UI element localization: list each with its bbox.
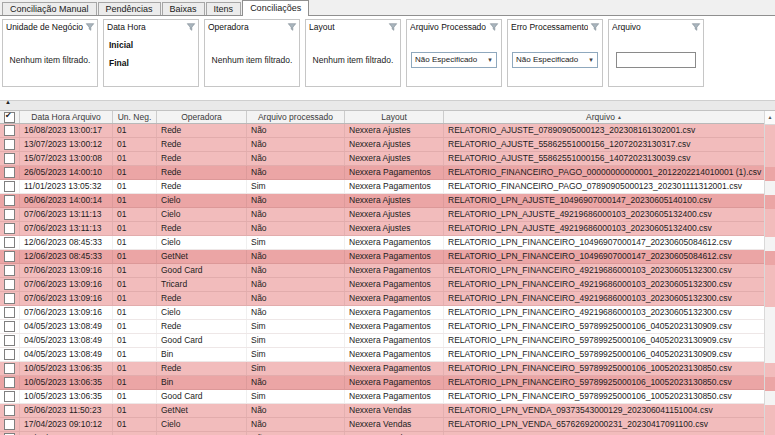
row-checkbox[interactable] — [4, 195, 15, 206]
cell-operadora: Rede — [157, 222, 247, 235]
table-row[interactable]: 07/06/2023 13:09:16 01 Tricard Não Nexxe… — [0, 278, 764, 292]
filter-funnel-icon[interactable] — [489, 22, 499, 32]
table-row[interactable]: 04/05/2023 13:08:49 01 Good Card Sim Nex… — [0, 334, 764, 348]
cell-un-neg: 01 — [113, 334, 157, 347]
cell-un-neg: 01 — [113, 320, 157, 333]
row-checkbox[interactable] — [4, 279, 15, 290]
tab-itens[interactable]: Itens — [206, 2, 242, 16]
row-checkbox[interactable] — [4, 251, 15, 262]
row-checkbox[interactable] — [4, 419, 15, 430]
row-checkbox-cell — [0, 180, 20, 193]
table-row[interactable]: 12/06/2023 08:45:33 01 Cielo Sim Nexxera… — [0, 236, 764, 250]
row-checkbox[interactable] — [4, 377, 15, 388]
row-checkbox[interactable] — [4, 139, 15, 150]
cell-arquivo-processado: Não — [247, 194, 345, 207]
row-checkbox[interactable] — [4, 405, 15, 416]
table-row[interactable]: 15/07/2023 13:00:08 01 Rede Não Nexxera … — [0, 152, 764, 166]
select-all-checkbox[interactable] — [4, 112, 15, 123]
row-checkbox[interactable] — [4, 307, 15, 318]
row-checkbox[interactable] — [4, 167, 15, 178]
scroll-up-button[interactable]: ▲ — [765, 111, 775, 125]
cell-data-hora-arquivo: 07/06/2023 13:09:16 — [20, 306, 113, 319]
cell-un-neg: 01 — [113, 348, 157, 361]
cell-layout: Nexxera Ajustes — [345, 138, 444, 151]
filter-funnel-icon[interactable] — [590, 22, 600, 32]
scrollbar-row-mark — [765, 223, 775, 237]
row-checkbox[interactable] — [4, 321, 15, 332]
col-header-arquivo-processado[interactable]: Arquivo processado — [247, 111, 345, 123]
table-row[interactable]: 07/06/2023 13:09:16 01 Good Card Não Nex… — [0, 264, 764, 278]
arquivo-filter-input[interactable] — [616, 52, 696, 68]
row-checkbox-cell — [0, 236, 20, 249]
filter-funnel-icon[interactable] — [691, 22, 701, 32]
table-row[interactable]: 12/06/2023 08:45:33 01 GetNet Não Nexxer… — [0, 250, 764, 264]
cell-operadora: Rede — [157, 292, 247, 305]
scrollbar-row-mark — [765, 419, 775, 433]
row-checkbox[interactable] — [4, 153, 15, 164]
table-row[interactable]: 13/07/2023 13:00:12 01 Rede Não Nexxera … — [0, 138, 764, 152]
row-checkbox-cell — [0, 124, 20, 137]
table-row[interactable]: 07/06/2023 13:11:13 01 Cielo Não Nexxera… — [0, 208, 764, 222]
table-row[interactable]: 07/06/2023 13:09:16 01 Cielo Não Nexxera… — [0, 306, 764, 320]
col-header-operadora[interactable]: Operadora — [157, 111, 247, 123]
table-row[interactable]: 10/05/2023 13:06:35 01 Bin Não Nexxera P… — [0, 376, 764, 390]
tab-pendencias[interactable]: Pendências — [98, 2, 161, 16]
row-checkbox[interactable] — [4, 209, 15, 220]
table-row[interactable]: 11/01/2023 13:05:32 01 Rede Sim Nexxera … — [0, 180, 764, 194]
table-row[interactable]: 04/05/2023 13:08:49 01 Rede Sim Nexxera … — [0, 320, 764, 334]
scrollbar-track[interactable] — [765, 125, 775, 435]
row-checkbox[interactable] — [4, 349, 15, 360]
tab-conciliacao-manual[interactable]: Conciliação Manual — [2, 2, 97, 16]
scrollbar-row-mark — [765, 363, 775, 377]
table-row[interactable]: 05/06/2023 11:50:23 01 GetNet Não Nexxer… — [0, 404, 764, 418]
row-checkbox[interactable] — [4, 335, 15, 346]
col-header-arquivo[interactable]: Arquivo▲ — [444, 111, 764, 123]
table-row[interactable]: 26/05/2023 14:00:10 01 Rede Não Nexxera … — [0, 166, 764, 180]
row-checkbox[interactable] — [4, 265, 15, 276]
row-checkbox[interactable] — [4, 223, 15, 234]
col-header-data-hora-arquivo[interactable]: Data Hora Arquivo — [20, 111, 113, 123]
group-band — [0, 100, 775, 111]
table-row[interactable]: 04/05/2023 13:08:49 01 Bin Sim Nexxera P… — [0, 348, 764, 362]
filter-funnel-icon[interactable] — [85, 22, 95, 32]
row-checkbox[interactable] — [4, 237, 15, 248]
tab-conciliacoes[interactable]: Conciliações — [242, 0, 309, 16]
arquivo-processado-select[interactable]: Não Especificado ▾ — [411, 52, 497, 68]
filter-title: Unidade de Negócio — [6, 22, 83, 32]
row-checkbox[interactable] — [4, 363, 15, 374]
row-checkbox[interactable] — [4, 181, 15, 192]
cell-layout: Nexxera Pagamentos — [345, 180, 444, 193]
table-row[interactable]: 10/05/2023 13:06:35 01 Rede Sim Nexxera … — [0, 362, 764, 376]
erro-processamento-select[interactable]: Não Especificado ▾ — [512, 52, 598, 68]
row-checkbox-cell — [0, 320, 20, 333]
row-checkbox-cell — [0, 334, 20, 347]
filter-box-data-hora: Data Hora Inicial Final — [103, 19, 199, 87]
filter-funnel-icon[interactable] — [388, 22, 398, 32]
col-header-layout[interactable]: Layout — [345, 111, 444, 123]
tab-baixas[interactable]: Baixas — [162, 2, 205, 16]
table-row[interactable]: 07/06/2023 13:09:16 01 Rede Não Nexxera … — [0, 292, 764, 306]
filter-funnel-icon[interactable] — [186, 22, 196, 32]
cell-layout: Nexxera Pagamentos — [345, 320, 444, 333]
cell-arquivo: RELATORIO_LPN_FINANCEIRO_59789925000106_… — [444, 320, 764, 333]
collapse-filters-arrow-icon[interactable]: ▲ — [5, 99, 11, 105]
cell-arquivo: RELATORIO_LPN_FINANCEIRO_59789925000106_… — [444, 376, 764, 389]
cell-layout: Nexxera Pagamentos — [345, 250, 444, 263]
filter-inicial-label: Inicial — [109, 40, 133, 50]
row-checkbox[interactable] — [4, 125, 15, 136]
table-row[interactable]: 16/08/2023 13:00:17 01 Rede Não Nexxera … — [0, 124, 764, 138]
row-checkbox[interactable] — [4, 391, 15, 402]
table-row[interactable]: 10/05/2023 13:06:35 01 Good Card Sim Nex… — [0, 390, 764, 404]
table-row[interactable]: 17/04/2023 09:10:12 01 Cielo Não Nexxera… — [0, 418, 764, 432]
cell-arquivo-processado: Não — [247, 278, 345, 291]
cell-layout: Nexxera Vendas — [345, 418, 444, 431]
cell-arquivo-processado: Sim — [247, 348, 345, 361]
table-row[interactable]: 07/06/2023 13:11:13 01 Rede Não Nexxera … — [0, 222, 764, 236]
row-checkbox[interactable] — [4, 293, 15, 304]
vertical-scrollbar[interactable]: ▲ — [764, 111, 775, 435]
cell-arquivo: RELATORIO_LPN_FINANCEIRO_10496907000147_… — [444, 236, 764, 249]
col-header-un-neg[interactable]: Un. Neg. — [113, 111, 157, 123]
cell-layout: Nexxera Ajustes — [345, 208, 444, 221]
table-row[interactable]: 06/06/2023 14:00:14 01 Cielo Não Nexxera… — [0, 194, 764, 208]
filter-funnel-icon[interactable] — [287, 22, 297, 32]
